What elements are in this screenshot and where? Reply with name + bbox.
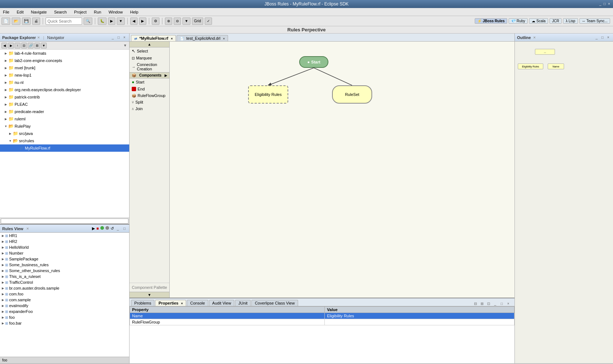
perspective-teamsync[interactable]: ↔ Team Sync...: [579, 18, 610, 24]
bp-minimize[interactable]: _: [493, 301, 498, 306]
tree-item-patrick[interactable]: ▶ 📁 patrick-contrib: [0, 93, 129, 101]
rv-helloworld[interactable]: ▶ ⊞ HelloWorld: [0, 244, 129, 250]
palette-start[interactable]: ● Start: [130, 78, 169, 86]
pe-maximize[interactable]: □: [116, 35, 121, 40]
perspective-ruby[interactable]: 💎 Ruby: [509, 18, 528, 24]
rules-tree[interactable]: ▶ ⊞ HR1 ▶ ⊞ HR2 ▶ ⊞ Hell: [0, 233, 129, 357]
tab-problems[interactable]: Problems: [131, 300, 154, 306]
bp-close[interactable]: ×: [506, 301, 511, 306]
rv-run-green[interactable]: ▶: [92, 226, 95, 231]
prev-button[interactable]: ◀: [130, 18, 138, 25]
bp-icon2[interactable]: ⊞: [479, 301, 485, 306]
minimize-button[interactable]: _: [599, 1, 602, 7]
rv-stop-red[interactable]: ■: [96, 226, 99, 231]
rv-sample[interactable]: ▶ ⊞ SamplePackage: [0, 256, 129, 262]
menu-navigate[interactable]: Navigate: [30, 9, 48, 15]
menu-file[interactable]: File: [1, 9, 11, 15]
pe-filter[interactable]: ⊞: [34, 43, 40, 49]
ruleset-node[interactable]: RuleSet: [332, 85, 372, 104]
palette-split[interactable]: ⑂ Split: [130, 99, 169, 105]
rv-refresh[interactable]: ↺: [111, 226, 114, 231]
palette-scroll-down[interactable]: ▼: [130, 292, 169, 298]
save-button[interactable]: 💾: [22, 18, 31, 25]
tab-properties-close[interactable]: ×: [181, 302, 183, 305]
eligibility-rules-node[interactable]: Eligibility Rules: [248, 85, 288, 104]
tab-myruleflow[interactable]: ⇄ *MyRuleFlow.rf ×: [131, 35, 176, 41]
zoom-dropdown[interactable]: ▼: [182, 18, 190, 25]
pe-forward[interactable]: ▶: [8, 43, 14, 49]
palette-join[interactable]: ⑃ Join: [130, 105, 169, 112]
navigator-tab[interactable]: Navigator: [47, 35, 64, 40]
prop-row-rfg[interactable]: RuleFlowGroup: [130, 319, 514, 325]
bp-icon3[interactable]: ⊡: [486, 301, 491, 306]
rv-comsample[interactable]: ▶ ⊞ com.sample: [0, 297, 129, 303]
tab-junit[interactable]: JUnit: [235, 300, 251, 306]
menu-window[interactable]: Window: [107, 9, 124, 15]
rv-expfoo[interactable]: ▶ ⊞ expanderFoo: [0, 309, 129, 314]
tree-item-srcjava[interactable]: ▶ 📁 src/java: [0, 130, 129, 137]
tab-auditview[interactable]: Audit View: [209, 300, 235, 306]
prop-row-name[interactable]: Name Eligibility Rules: [130, 313, 514, 319]
rv-sobr[interactable]: ▶ ⊞ Some_other_business_rules: [0, 268, 129, 274]
package-tree[interactable]: ▶ 📁 lab-4-rule-formats ▶ 📁 lab2-core-eng…: [0, 50, 129, 217]
pe-search[interactable]: [1, 218, 128, 224]
perspective-jcr[interactable]: JCR: [550, 18, 562, 24]
menu-project[interactable]: Project: [73, 9, 88, 15]
bp-maximize[interactable]: □: [499, 301, 504, 306]
new-button[interactable]: 📄: [1, 18, 10, 25]
outline-minimize[interactable]: _: [594, 35, 599, 40]
pe-back[interactable]: ◀: [1, 43, 7, 49]
perspective-scala[interactable]: ☁ Scala: [529, 18, 548, 24]
tab-test-close[interactable]: ×: [223, 37, 225, 40]
run-dropdown[interactable]: ▼: [117, 18, 125, 25]
zoom-in[interactable]: ⊕: [165, 18, 172, 25]
rv-brauster[interactable]: ▶ ⊞ br.com.auster.drools.sample: [0, 285, 129, 291]
tree-item-mvel[interactable]: ▶ 📁 mvel [trunk]: [0, 64, 129, 71]
tab-console[interactable]: Console: [187, 300, 208, 306]
tools-button[interactable]: ⚙: [152, 18, 159, 25]
tree-item-srcrules[interactable]: ▼ 📂 src/rules: [0, 137, 129, 144]
diagram-canvas[interactable]: ● Start: [170, 42, 514, 298]
grid-button[interactable]: Grid: [192, 18, 203, 25]
print-button[interactable]: 🖨: [32, 18, 40, 25]
rv-minimize[interactable]: _: [115, 226, 120, 231]
search-button[interactable]: 🔍: [84, 18, 92, 25]
pe-collapse[interactable]: ⊟: [21, 43, 27, 49]
menu-search[interactable]: Search: [53, 9, 68, 15]
rv-hr1[interactable]: ▶ ⊞ HR1: [0, 233, 129, 239]
rv-number[interactable]: ▶ ⊞ Number: [0, 250, 129, 256]
start-node[interactable]: ● Start: [299, 56, 328, 68]
perspective-jboss[interactable]: ⚡ JBoss Rules: [475, 18, 507, 24]
close-button[interactable]: ×: [608, 1, 610, 7]
tree-item-lab4[interactable]: ▶ 📁 lab-4-rule-formats: [0, 50, 129, 57]
zoom-out[interactable]: ⊖: [174, 18, 181, 25]
palette-scroll-up[interactable]: ▲: [130, 42, 169, 47]
pe-minimize[interactable]: _: [110, 35, 115, 40]
palette-select[interactable]: ↖ Select: [130, 47, 169, 55]
palette-components-section[interactable]: 📦 Components ▶: [130, 72, 169, 78]
menu-edit[interactable]: Edit: [15, 9, 25, 15]
tree-item-nunl[interactable]: ▶ 📁 nu-nl: [0, 79, 129, 86]
run-button[interactable]: ▶: [108, 18, 115, 25]
package-explorer-tab[interactable]: Package Explorer: [2, 35, 36, 40]
pe-up[interactable]: ↑: [15, 43, 20, 49]
outline-close[interactable]: ×: [606, 35, 611, 40]
pe-arrow-down[interactable]: ▼: [123, 43, 128, 48]
outline-maximize[interactable]: □: [600, 35, 605, 40]
rv-foobar[interactable]: ▶ ⊞ foo.bar: [0, 320, 129, 326]
debug-button[interactable]: 🐛: [98, 18, 107, 25]
rv-tiars[interactable]: ▶ ⊞ This_is_a_ruleset: [0, 274, 129, 279]
rv-hr2[interactable]: ▶ ⊞ HR2: [0, 239, 129, 244]
tree-item-org[interactable]: ▶ 📁 org.nexb.easyeclipse.drools.deployer: [0, 86, 129, 93]
rv-evalmod[interactable]: ▶ ⊞ evalmodify: [0, 303, 129, 309]
pe-scroll-bar[interactable]: [0, 217, 129, 224]
pe-link[interactable]: 🔗: [28, 43, 34, 49]
palette-connection[interactable]: → Connection Creation: [130, 61, 169, 72]
tab-myruleflow-close[interactable]: ×: [171, 37, 173, 40]
tab-test[interactable]: 📄 test_ExplicitAnd.drl ×: [177, 35, 228, 41]
outline-canvas-area[interactable]: ... Eligibility Rules Name: [515, 42, 613, 363]
tree-item-ruleml[interactable]: ▶ 📁 ruleml: [0, 115, 129, 123]
restore-button[interactable]: □: [604, 1, 606, 7]
tab-properties[interactable]: Properties ×: [155, 300, 186, 306]
rv-traffic[interactable]: ▶ ⊞ TrafficControl: [0, 279, 129, 285]
